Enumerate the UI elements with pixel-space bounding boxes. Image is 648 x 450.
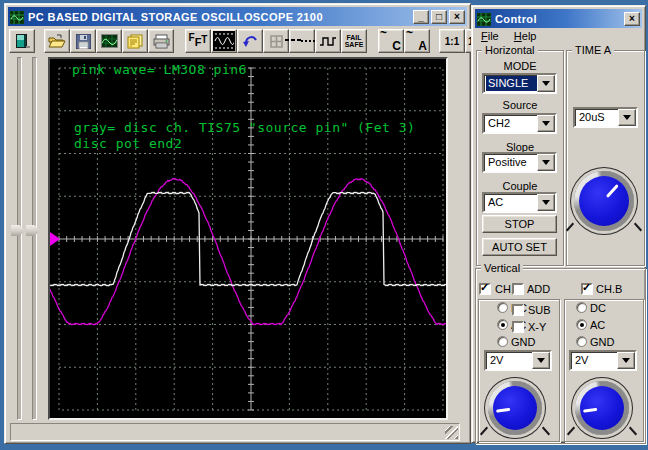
close-button[interactable]: ×: [449, 10, 465, 24]
ch-b-gnd-label: GND: [590, 336, 614, 348]
ch-a-ac-radio[interactable]: [497, 319, 508, 330]
wave-c-button[interactable]: ~C: [378, 29, 404, 53]
toolbar: FFT: [9, 27, 491, 55]
control-title-bar[interactable]: Control ×: [475, 9, 642, 28]
vertical-group-label: Vertical: [481, 262, 523, 274]
resize-grip[interactable]: [445, 426, 458, 439]
wave-a-icon: ~A: [406, 32, 428, 50]
slope-select[interactable]: Positive: [482, 152, 557, 173]
xy-checkbox[interactable]: [512, 321, 524, 333]
source-value: CH2: [486, 116, 537, 131]
ch-b-dc-radio[interactable]: [576, 302, 587, 313]
ch-b-gain-knob[interactable]: [575, 381, 629, 435]
add-checkbox[interactable]: [512, 283, 524, 295]
ch-b-gnd-radio[interactable]: [576, 336, 587, 347]
control-icon: [477, 12, 491, 25]
time-a-knob[interactable]: [574, 171, 634, 231]
save-button[interactable]: [70, 29, 96, 53]
print-button[interactable]: [148, 29, 174, 53]
source-dropdown-arrow-icon[interactable]: [537, 115, 555, 132]
main-window-title: PC BASED DIGITAL STORAGE OSCILLOSCOPE 21…: [28, 11, 413, 23]
sub-checkbox[interactable]: [512, 304, 524, 316]
main-title-bar[interactable]: PC BASED DIGITAL STORAGE OSCILLOSCOPE 21…: [8, 7, 467, 26]
ch-b-ac-radio[interactable]: [576, 319, 587, 330]
mode-value: SINGLE: [486, 76, 537, 91]
source-select[interactable]: CH2: [482, 113, 557, 134]
wave-c-icon: ~C: [380, 32, 402, 50]
ch-b-range-value: 2V: [573, 353, 617, 368]
control-window-title: Control: [495, 13, 624, 25]
scope-canvas: pink wave= LM3O8 pin6gray= disc ch. TIS7…: [50, 59, 446, 418]
open-button[interactable]: [44, 29, 70, 53]
fft-button[interactable]: FFT: [185, 29, 211, 53]
exit-door-icon: [14, 33, 31, 50]
scope-screen-icon: [101, 34, 118, 48]
ch-a-position-slider-track[interactable]: [17, 57, 22, 420]
horizontal-group: Horizontal MODE SINGLE Source CH2 Slope …: [476, 50, 564, 266]
ch-b-checkbox[interactable]: [581, 283, 593, 295]
fail-safe-button[interactable]: FAIL SAFE: [341, 29, 367, 53]
scope-display: pink wave= LM3O8 pin6gray= disc ch. TIS7…: [48, 57, 448, 420]
ch-b-position-slider-thumb[interactable]: [26, 225, 40, 236]
sticky-notes-icon: [127, 34, 143, 49]
ch-b-range-select[interactable]: 2V: [569, 350, 637, 371]
mode-dropdown-arrow-icon[interactable]: [537, 75, 555, 92]
mode-label: MODE: [477, 60, 563, 72]
ch-b-ac-label: AC: [590, 319, 605, 331]
slope-dropdown-arrow-icon[interactable]: [537, 154, 555, 171]
auto-set-button[interactable]: AUTO SET: [482, 238, 557, 256]
status-bar: [10, 423, 460, 441]
slope-value: Positive: [486, 155, 537, 170]
ch-a-dc-radio[interactable]: [497, 302, 508, 313]
maximize-button[interactable]: □: [431, 10, 447, 24]
minimize-button[interactable]: _: [413, 10, 429, 24]
capture-button[interactable]: [96, 29, 122, 53]
dotted-trace-button[interactable]: [289, 29, 315, 53]
ch-a-range-select[interactable]: 2V: [484, 350, 552, 371]
ch-b-label: CH.B: [596, 283, 622, 295]
ch-a-checkbox[interactable]: [479, 283, 491, 295]
couple-dropdown-arrow-icon[interactable]: [537, 194, 555, 211]
ch-a-gain-knob[interactable]: [488, 381, 542, 435]
app-icon: [10, 10, 24, 23]
fail-safe-label-1: FAIL: [346, 34, 361, 41]
control-window: Control × File Help Horizontal MODE SING…: [471, 5, 646, 443]
sub-label: SUB: [528, 304, 551, 316]
ch-a-range-value: 2V: [488, 353, 532, 368]
menu-help[interactable]: Help: [509, 29, 544, 43]
ch-b-position-slider-track[interactable]: [32, 57, 37, 420]
ch-a-gnd-radio[interactable]: [497, 336, 508, 347]
ch-a-gnd-label: GND: [511, 336, 535, 348]
couple-value: AC: [486, 195, 537, 210]
horizontal-group-label: Horizontal: [482, 44, 538, 56]
add-label: ADD: [527, 283, 550, 295]
time-a-select[interactable]: 20uS: [573, 107, 638, 128]
time-a-group: TIME A 20uS: [566, 50, 645, 266]
probe-1-1-label: 1:1: [445, 36, 459, 47]
stop-button[interactable]: STOP: [482, 215, 557, 233]
floppy-disk-icon: [76, 34, 91, 49]
step-wave-icon: [319, 34, 337, 48]
stop-label: STOP: [505, 218, 535, 230]
fail-safe-label-2: SAFE: [345, 41, 364, 48]
undo-button[interactable]: [237, 29, 263, 53]
oscilloscope-window: PC BASED DIGITAL STORAGE OSCILLOSCOPE 21…: [4, 3, 471, 444]
ch-b-dc-label: DC: [590, 302, 606, 314]
waveform-display-button[interactable]: [211, 29, 237, 53]
couple-select[interactable]: AC: [482, 192, 557, 213]
ch-a-position-slider-thumb[interactable]: [11, 225, 25, 236]
square-wave-button[interactable]: [315, 29, 341, 53]
ch-a-range-arrow-icon[interactable]: [532, 352, 550, 369]
grid-toggle-button[interactable]: [263, 29, 289, 53]
notes-button[interactable]: [122, 29, 148, 53]
ch-b-range-arrow-icon[interactable]: [617, 352, 635, 369]
time-a-group-label: TIME A: [572, 44, 614, 56]
fft-icon: FFT: [189, 35, 208, 47]
exit-button[interactable]: [9, 29, 35, 53]
menu-file[interactable]: File: [476, 29, 506, 43]
control-close-button[interactable]: ×: [624, 12, 640, 26]
mode-select[interactable]: SINGLE: [482, 73, 557, 94]
probe-1-1-button[interactable]: 1:1: [439, 29, 465, 53]
wave-a-button[interactable]: ~A: [404, 29, 430, 53]
time-a-dropdown-arrow-icon[interactable]: [618, 109, 636, 126]
